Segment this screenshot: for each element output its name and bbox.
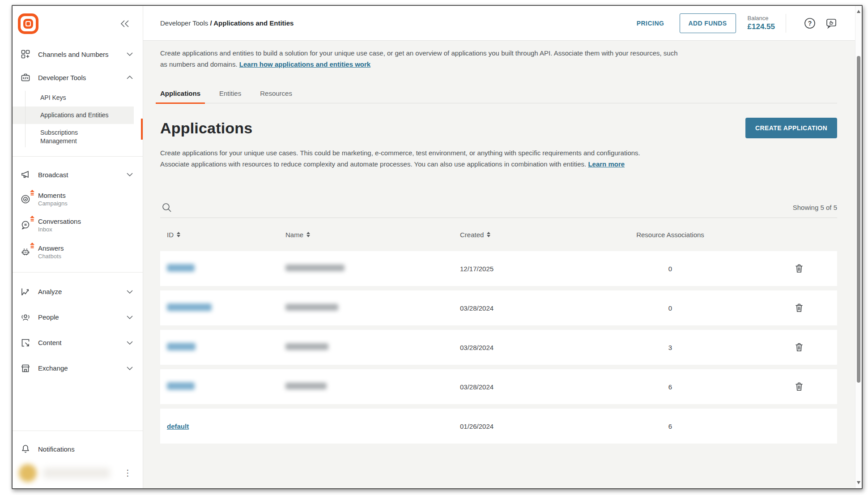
sort-icon	[177, 232, 180, 237]
cell-resource-associations: 0	[612, 304, 728, 312]
redacted-name	[285, 304, 338, 311]
cell-name	[285, 383, 460, 391]
vertical-scrollbar[interactable]	[855, 6, 862, 488]
cell-id[interactable]	[167, 303, 285, 312]
chevron-down-icon	[127, 290, 133, 294]
help-button[interactable]: ?	[801, 15, 818, 32]
balance-label: Balance	[748, 15, 775, 22]
redacted-name	[285, 383, 327, 389]
learn-more-link[interactable]: Learn more	[588, 160, 625, 168]
tab-entities[interactable]: Entities	[219, 90, 241, 103]
sidebar-item-content[interactable]: Content	[13, 330, 143, 355]
sidebar-item-analyze[interactable]: Analyze	[13, 279, 143, 304]
column-header-created[interactable]: Created	[460, 231, 612, 239]
svg-text:?: ?	[808, 20, 812, 27]
application-id-link-default[interactable]: default	[167, 422, 189, 430]
column-header-id[interactable]: ID	[167, 231, 285, 239]
trash-icon	[794, 342, 804, 353]
delete-application-button[interactable]	[792, 301, 806, 315]
redacted-id-link[interactable]	[167, 303, 212, 311]
sidebar-item-label: Broadcast	[31, 171, 127, 179]
create-application-button[interactable]: CREATE APPLICATION	[745, 118, 837, 138]
upgrade-badge-icon	[30, 243, 35, 248]
answers-icon	[20, 247, 31, 257]
balance-amount: £124.55	[748, 22, 775, 31]
showing-count: Showing 5 of 5	[793, 204, 837, 211]
delete-application-button[interactable]	[792, 341, 806, 354]
user-account-row[interactable]: ⋮	[13, 461, 143, 482]
delete-application-button[interactable]	[792, 380, 806, 393]
sidebar-item-api-keys[interactable]: API Keys	[13, 89, 143, 107]
app-window: Channels and Numbers Developer Tools	[12, 5, 863, 489]
cell-resource-associations: 3	[612, 344, 728, 351]
sidebar-item-exchange[interactable]: Exchange	[13, 355, 143, 381]
redacted-id-link[interactable]	[167, 382, 195, 390]
sort-icon	[306, 232, 310, 237]
content-area: Create applications and entities to buil…	[143, 41, 855, 488]
chevron-down-icon	[127, 341, 133, 345]
cell-name	[285, 343, 460, 351]
chevron-down-icon	[127, 367, 133, 370]
cell-created: 03/28/2024	[460, 344, 612, 351]
sidebar-item-channels-and-numbers[interactable]: Channels and Numbers	[13, 42, 143, 67]
pricing-link[interactable]: PRICING	[634, 19, 667, 27]
breadcrumb-section[interactable]: Developer Tools	[160, 19, 208, 27]
add-funds-button[interactable]: ADD FUNDS	[680, 13, 736, 33]
upgrade-badge-icon	[30, 190, 35, 196]
broadcast-icon	[20, 169, 31, 180]
breadcrumb: Developer Tools / Applications and Entit…	[160, 19, 294, 27]
scroll-up-arrow-icon[interactable]	[857, 10, 860, 13]
tab-applications[interactable]: Applications	[160, 90, 200, 103]
scrollbar-thumb[interactable]	[857, 56, 860, 383]
cell-id: default	[167, 422, 285, 430]
cell-created: 03/28/2024	[460, 383, 612, 391]
trash-icon	[794, 263, 804, 274]
cell-id[interactable]	[167, 382, 285, 391]
avatar	[19, 464, 37, 482]
exchange-icon	[20, 363, 31, 374]
delete-application-button[interactable]	[792, 262, 806, 275]
cell-id[interactable]	[167, 343, 285, 352]
search-button[interactable]	[160, 201, 174, 214]
cell-created: 03/28/2024	[460, 304, 612, 312]
column-header-name[interactable]: Name	[285, 231, 460, 239]
infobip-logo-icon	[18, 13, 38, 34]
page-title: Applications	[160, 119, 252, 137]
cell-resource-associations: 0	[612, 265, 728, 273]
redacted-id-link[interactable]	[167, 343, 196, 350]
cell-name	[285, 265, 460, 273]
moments-icon	[20, 194, 31, 205]
sidebar-item-people[interactable]: People	[13, 304, 143, 330]
user-name-redacted	[43, 468, 110, 478]
conversations-icon	[20, 220, 31, 230]
learn-how-link[interactable]: Learn how applications and entities work	[239, 60, 370, 68]
account-menu-button[interactable]: ⋮	[121, 469, 135, 477]
redacted-id-link[interactable]	[167, 264, 195, 272]
sidebar-item-conversations[interactable]: Conversations Inbox	[13, 212, 143, 238]
feedback-button[interactable]	[823, 15, 840, 32]
table-row: 03/28/2024 0	[160, 290, 837, 325]
sidebar-item-label: Answers	[38, 244, 133, 252]
page-description-text: Create applications for your unique use …	[160, 149, 640, 168]
notifications-button[interactable]: Notifications	[13, 437, 143, 461]
channels-icon	[20, 49, 31, 60]
scroll-down-arrow-icon[interactable]	[857, 481, 860, 484]
sidebar-collapse-button[interactable]	[119, 18, 131, 29]
sidebar-item-broadcast[interactable]: Broadcast	[13, 163, 143, 186]
sidebar-item-applications-and-entities[interactable]: Applications and Entities	[13, 107, 134, 124]
question-circle-icon: ?	[803, 17, 817, 30]
sidebar: Channels and Numbers Developer Tools	[13, 6, 143, 488]
column-header-resource-associations: Resource Associations	[612, 231, 728, 239]
sidebar-item-answers[interactable]: Answers Chatbots	[13, 238, 143, 266]
sidebar-item-subscriptions-management[interactable]: Subscriptions Management	[13, 124, 102, 150]
chevron-down-icon	[127, 52, 133, 56]
sidebar-item-moments[interactable]: Moments Campaigns	[13, 186, 143, 212]
developer-tools-icon	[20, 72, 31, 83]
cell-id[interactable]	[167, 264, 285, 273]
sidebar-item-developer-tools[interactable]: Developer Tools	[13, 67, 143, 88]
redacted-name	[285, 265, 345, 271]
balance-widget: Balance £124.55	[748, 15, 775, 32]
tab-resources[interactable]: Resources	[260, 90, 292, 103]
topbar-divider	[786, 14, 786, 33]
breadcrumb-page: Applications and Entities	[213, 19, 294, 27]
